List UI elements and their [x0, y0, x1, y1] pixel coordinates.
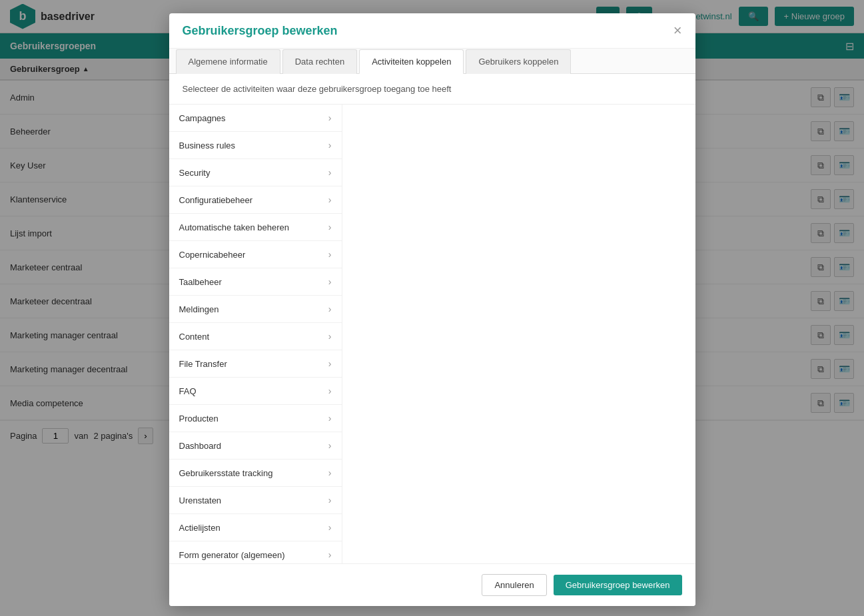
activity-label: Meldingen — [179, 304, 328, 314]
chevron-right-icon: › — [328, 304, 332, 314]
activity-label: Actielijsten — [179, 523, 328, 533]
save-button[interactable]: Gebruikersgroep bewerken — [554, 575, 682, 595]
tab-algemene-informatie[interactable]: Algemene informatie — [176, 49, 280, 74]
activity-label: Security — [179, 168, 328, 178]
activity-item-configuratiebeheer[interactable]: Configuratiebeheer › — [169, 186, 342, 214]
chevron-right-icon: › — [328, 140, 332, 151]
modal-tabs: Algemene informatie Data rechten Activit… — [169, 49, 695, 74]
activity-right-panel — [342, 105, 695, 563]
activity-item-actielijsten[interactable]: Actielijsten › — [169, 514, 342, 541]
activity-label: Content — [179, 332, 328, 342]
tab-data-rechten[interactable]: Data rechten — [282, 49, 357, 74]
chevron-right-icon: › — [328, 331, 332, 342]
modal-overlay: Gebruikersgroep bewerken × Algemene info… — [0, 0, 864, 616]
modal-close-button[interactable]: × — [673, 23, 682, 38]
activity-item-urenstaten[interactable]: Urenstaten › — [169, 487, 342, 514]
chevron-right-icon: › — [328, 386, 332, 396]
activity-item-business_rules[interactable]: Business rules › — [169, 132, 342, 159]
activity-label: Form generator (algemeen) — [179, 550, 328, 560]
activity-label: Business rules — [179, 141, 328, 151]
chevron-right-icon: › — [328, 113, 332, 123]
tab-gebruikers-koppelen[interactable]: Gebruikers koppelen — [466, 49, 571, 74]
activities-container: Campagnes › Business rules › Security › … — [169, 105, 695, 563]
chevron-right-icon: › — [328, 276, 332, 287]
chevron-right-icon: › — [328, 249, 332, 260]
activity-item-file_transfer[interactable]: File Transfer › — [169, 350, 342, 378]
activity-label: Automatische taken beheren — [179, 222, 328, 232]
activity-item-meldingen[interactable]: Meldingen › — [169, 296, 342, 323]
activity-label: Urenstaten — [179, 495, 328, 505]
activity-item-faq[interactable]: FAQ › — [169, 378, 342, 405]
activity-item-campagnes[interactable]: Campagnes › — [169, 105, 342, 132]
chevron-right-icon: › — [328, 222, 332, 232]
activity-item-automatische_taken[interactable]: Automatische taken beheren › — [169, 214, 342, 241]
activity-item-copernicabeheer[interactable]: Copernicabeheer › — [169, 241, 342, 268]
chevron-right-icon: › — [328, 522, 332, 533]
modal-body: Selecteer de activiteiten waar deze gebr… — [169, 74, 695, 563]
activity-item-taalbeheer[interactable]: Taalbeheer › — [169, 268, 342, 296]
chevron-right-icon: › — [328, 194, 332, 205]
activity-label: Gebruikersstate tracking — [179, 468, 328, 478]
chevron-right-icon: › — [328, 413, 332, 424]
modal-title: Gebruikersgroep bewerken — [183, 24, 338, 38]
modal-header: Gebruikersgroep bewerken × — [169, 13, 695, 49]
activity-label: Copernicabeheer — [179, 250, 328, 260]
activity-item-security[interactable]: Security › — [169, 159, 342, 186]
activity-label: FAQ — [179, 386, 328, 396]
activity-label: File Transfer — [179, 359, 328, 369]
activity-label: Campagnes — [179, 113, 328, 123]
activities-list: Campagnes › Business rules › Security › … — [169, 105, 342, 563]
chevron-right-icon: › — [328, 495, 332, 505]
activity-label: Configuratiebeheer — [179, 195, 328, 205]
chevron-right-icon: › — [328, 467, 332, 478]
activity-label: Dashboard — [179, 441, 328, 451]
chevron-right-icon: › — [328, 549, 332, 560]
activity-label: Taalbeheer — [179, 277, 328, 287]
activity-item-dashboard[interactable]: Dashboard › — [169, 432, 342, 460]
activity-item-producten[interactable]: Producten › — [169, 405, 342, 432]
activity-label: Producten — [179, 414, 328, 424]
chevron-right-icon: › — [328, 358, 332, 369]
chevron-right-icon: › — [328, 167, 332, 178]
tab-activiteiten-koppelen[interactable]: Activiteiten koppelen — [359, 49, 464, 74]
activity-item-content[interactable]: Content › — [169, 323, 342, 350]
chevron-right-icon: › — [328, 440, 332, 451]
modal-footer: Annuleren Gebruikersgroep bewerken — [169, 563, 695, 606]
activity-item-form_generator[interactable]: Form generator (algemeen) › — [169, 541, 342, 563]
activity-item-gebruikersstate[interactable]: Gebruikersstate tracking › — [169, 460, 342, 487]
modal-dialog: Gebruikersgroep bewerken × Algemene info… — [169, 13, 695, 606]
cancel-button[interactable]: Annuleren — [482, 574, 546, 596]
modal-description: Selecteer de activiteiten waar deze gebr… — [169, 74, 695, 105]
